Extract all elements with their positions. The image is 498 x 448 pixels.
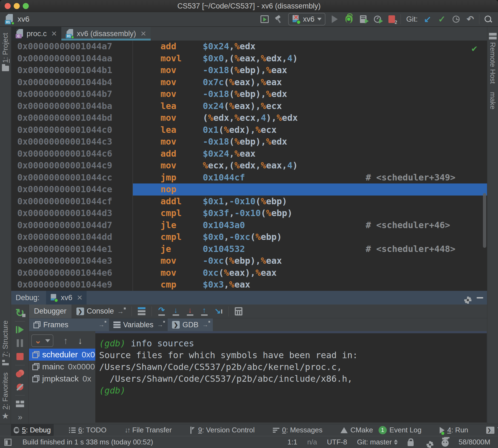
project-widget[interactable]: 01 xv6 bbox=[5, 14, 30, 24]
disassembly-row[interactable]: 0x00000000001044ccjmp0x1044cf# <schedule… bbox=[11, 172, 487, 184]
close-icon[interactable]: ✕ bbox=[51, 30, 57, 38]
disassembly-row[interactable]: 0x00000000001044cfaddl$0x1,-0x10(%ebp) bbox=[11, 196, 487, 208]
line-separator[interactable]: n/a bbox=[307, 438, 317, 446]
gears-icon[interactable] bbox=[424, 438, 432, 446]
disassembly-row[interactable]: 0x00000000001044balea0x24(%eax),%ecx bbox=[11, 100, 487, 112]
disassembly-row[interactable]: 0x00000000001044c6add$0x24,%eax bbox=[11, 148, 487, 160]
memory-indicator[interactable]: 58/8000M bbox=[459, 438, 490, 446]
disassembly-row[interactable]: 0x00000000001044c3mov-0x18(%ebp),%edx bbox=[11, 136, 487, 148]
debug-button[interactable] bbox=[342, 13, 356, 25]
disassembly-row[interactable]: 0x00000000001044d7jle0x1043a0# <schedule… bbox=[11, 219, 487, 231]
disassembly-row[interactable]: 0x00000000001044e6mov0xc(%eax),%eax bbox=[11, 267, 487, 279]
pause-button[interactable] bbox=[11, 337, 28, 350]
disassembly-row-current[interactable]: 0x00000000001044cenop bbox=[11, 183, 487, 196]
disassembly-row[interactable]: 0x00000000001044ddcmpl$0x0,-0xc(%ebp) bbox=[11, 231, 487, 243]
vcs-commit-button[interactable]: ✓ bbox=[435, 13, 449, 25]
debug-session-tab[interactable]: xv6 ✕ bbox=[46, 291, 87, 305]
inspections-ok-icon[interactable]: ✔ bbox=[472, 43, 477, 54]
editor-tab-xv6-disassembly-[interactable]: 01xv6 (disassembly)✕ bbox=[61, 27, 151, 41]
profiler-button[interactable] bbox=[370, 13, 385, 25]
tab-debugger[interactable]: Debugger bbox=[29, 305, 71, 318]
tab-frames[interactable]: Frames → bbox=[29, 318, 109, 331]
step-into-button[interactable]: ↓ bbox=[169, 305, 183, 318]
disassembly-row[interactable]: 0x00000000001044e3mov-0xc(%ebp),%eax bbox=[11, 255, 487, 267]
toolwindow-button-terminal[interactable]: ❯_Terminal bbox=[483, 424, 498, 436]
toolwindow-button-cmake[interactable]: CMake bbox=[338, 424, 376, 436]
sidebar-item-remote-host[interactable]: Remote Host bbox=[488, 33, 497, 84]
disassembly-editor[interactable]: 0x00000000001044a7add$0x24,%edx0x0000000… bbox=[11, 41, 487, 291]
toolwindow-button-9-version-control[interactable]: 9: Version Control bbox=[187, 424, 257, 436]
editor-tab-proc-c[interactable]: Cproc.c✕ bbox=[11, 27, 61, 41]
lock-icon[interactable] bbox=[408, 441, 414, 446]
build-button[interactable] bbox=[272, 13, 286, 25]
more-actions-button[interactable]: » bbox=[11, 410, 28, 424]
toolwindow-button-6-todo[interactable]: 6: TODO bbox=[66, 424, 109, 436]
restore-layout-button[interactable] bbox=[11, 397, 28, 410]
step-out-button[interactable]: ↑ bbox=[197, 305, 211, 318]
close-icon[interactable]: ✕ bbox=[77, 294, 83, 302]
disassembly-row[interactable]: 0x00000000001044b7mov-0x18(%ebp),%edx bbox=[11, 88, 487, 100]
stop-button[interactable]: 2 bbox=[385, 13, 399, 25]
force-step-into-button[interactable]: ↓ bbox=[183, 305, 197, 318]
frame-item-mainc[interactable]: mainc0x0000 bbox=[29, 361, 95, 373]
resume-button[interactable] bbox=[11, 323, 28, 337]
editor-scrollbar[interactable] bbox=[483, 193, 486, 248]
search-icon bbox=[485, 16, 492, 23]
file-encoding[interactable]: UTF-8 bbox=[327, 438, 347, 446]
caret-position[interactable]: 1:1 bbox=[287, 438, 297, 446]
thread-selector[interactable]: ⌄ bbox=[31, 334, 53, 347]
vcs-update-button[interactable]: ↙ bbox=[420, 13, 435, 25]
toolwindow-button-event-log[interactable]: 1Event Log bbox=[376, 424, 424, 436]
toolwindow-button-file-transfer[interactable]: ↓↑File Transfer bbox=[122, 424, 175, 436]
vcs-history-button[interactable] bbox=[449, 13, 463, 25]
mute-breakpoints-button[interactable] bbox=[11, 380, 28, 394]
tab-gdb[interactable]: ❯ GDB → bbox=[168, 318, 213, 331]
run-to-cursor-button[interactable]: ↘I bbox=[211, 305, 226, 318]
frame-item-scheduler[interactable]: scheduler0x0000000000 bbox=[29, 349, 95, 361]
toolwindow-button-0-messages[interactable]: 0: Messages bbox=[270, 424, 325, 436]
git-branch-widget[interactable]: Git: master bbox=[357, 438, 398, 446]
sidebar-item-favorites[interactable]: 2: Favorites ★ bbox=[1, 372, 10, 420]
toggle-stripes-icon[interactable] bbox=[4, 439, 12, 446]
tab-console[interactable]: ❯ Console → bbox=[71, 305, 129, 318]
run-configuration-select[interactable]: × xv6 bbox=[288, 13, 325, 25]
disassembly-row[interactable]: 0x00000000001044e1je0x104532# <scheduler… bbox=[11, 243, 487, 255]
disassembly-row[interactable]: 0x00000000001044e9cmp$0x3,%eax bbox=[11, 279, 487, 291]
toolwindow-button-label: Event Log bbox=[390, 426, 422, 434]
disassembly-row[interactable]: 0x00000000001044b4mov0x7c(%eax),%eax bbox=[11, 76, 487, 88]
disassembly-row[interactable]: 0x00000000001044c9mov%ecx,(%edx,%eax,4) bbox=[11, 160, 487, 172]
close-icon[interactable]: ✕ bbox=[140, 30, 146, 38]
sidebar-item-project[interactable]: 1: Project bbox=[1, 33, 10, 71]
view-breakpoints-button[interactable] bbox=[11, 367, 28, 380]
sidebar-item-structure[interactable]: 7: Structure bbox=[1, 320, 10, 365]
previous-frame-button[interactable]: ↑ bbox=[63, 335, 68, 346]
coverage-button[interactable] bbox=[356, 13, 370, 25]
run-button[interactable] bbox=[328, 13, 342, 25]
disassembly-row[interactable]: 0x00000000001044bdmov(%edx,%ecx,4),%edx bbox=[11, 112, 487, 124]
sidebar-item-make[interactable]: make bbox=[488, 92, 497, 110]
stop-process-button[interactable] bbox=[11, 350, 28, 363]
next-frame-button[interactable]: ↓ bbox=[78, 335, 82, 346]
run-in-console-button[interactable] bbox=[257, 13, 272, 25]
disassembly-row[interactable]: 0x00000000001044d3cmpl$0x3f,-0x10(%ebp) bbox=[11, 207, 487, 219]
disassembly-row[interactable]: 0x00000000001044b1mov-0x18(%ebp),%eax bbox=[11, 64, 487, 76]
mnemonic: mov bbox=[161, 64, 203, 76]
disassembly-row[interactable]: 0x00000000001044c0lea0x1(%edx),%ecx bbox=[11, 124, 487, 136]
disassembly-row[interactable]: 0x00000000001044aamovl$0x0,(%eax,%edx,4) bbox=[11, 53, 487, 65]
rerun-button[interactable]: ↻ bbox=[11, 306, 28, 320]
gdb-console[interactable]: (gdb) info sourcesSource files for which… bbox=[95, 331, 487, 423]
toolwindow-button-4-run[interactable]: 4: Run bbox=[437, 424, 471, 436]
frame-item-jmpkstack[interactable]: jmpkstack0x bbox=[29, 373, 95, 385]
toolwindow-button-5-debug[interactable]: 5: Debug bbox=[11, 424, 54, 436]
search-everywhere-button[interactable] bbox=[481, 13, 495, 25]
step-over-button[interactable]: ↷ bbox=[154, 305, 169, 318]
binary-file-icon: 01 bbox=[5, 14, 14, 24]
settings-gear-icon[interactable] bbox=[461, 294, 470, 302]
inspector-profile-icon[interactable] bbox=[442, 440, 449, 447]
vcs-rollback-button[interactable]: ↶ bbox=[463, 13, 477, 25]
tab-variables[interactable]: Variables → bbox=[109, 318, 168, 331]
show-execution-point-button[interactable] bbox=[134, 305, 149, 318]
evaluate-expression-button[interactable] bbox=[231, 305, 246, 318]
hide-toolwindow-icon[interactable] bbox=[477, 297, 483, 298]
disassembly-row[interactable]: 0x00000000001044a7add$0x24,%edx bbox=[11, 41, 487, 53]
